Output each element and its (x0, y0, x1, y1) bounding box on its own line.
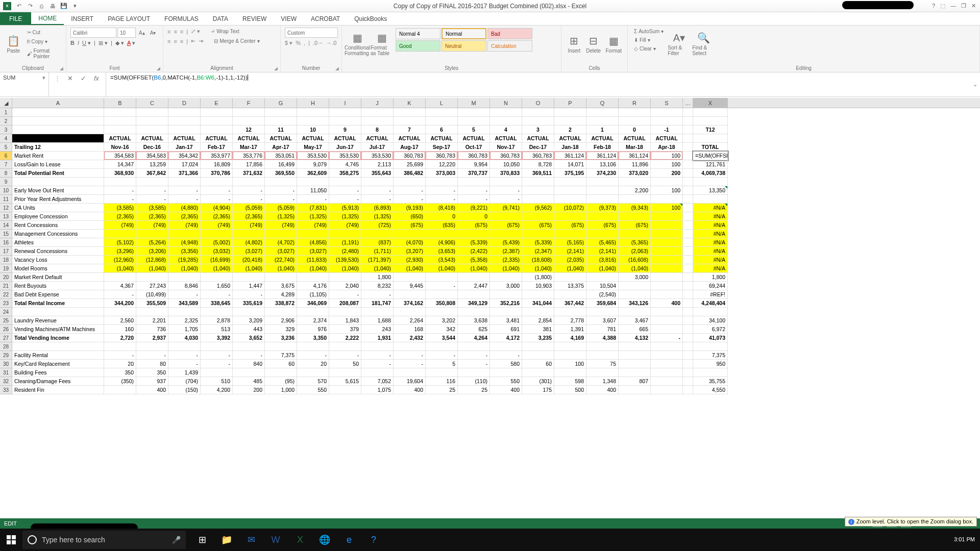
cell[interactable] (522, 212, 554, 221)
cell[interactable] (297, 368, 329, 377)
cell[interactable]: (5,439) (490, 238, 522, 247)
cell[interactable]: (10,072) (554, 204, 586, 212)
cell[interactable]: 976 (297, 325, 329, 334)
cell[interactable] (586, 351, 619, 360)
cell[interactable] (683, 204, 693, 212)
cell[interactable]: (2,365) (168, 212, 201, 221)
cell[interactable]: 3,392 (201, 334, 233, 342)
cell[interactable]: 7,375 (693, 351, 728, 360)
cell[interactable]: 4,289 (265, 290, 297, 299)
cell[interactable]: - (168, 186, 201, 195)
cell[interactable]: (3,206) (136, 247, 168, 256)
underline-button[interactable]: U ▾ (82, 40, 91, 46)
cell[interactable] (683, 221, 693, 230)
cell[interactable]: 168 (394, 325, 426, 334)
cell[interactable]: (5,358) (458, 256, 490, 264)
cell[interactable]: (650) (394, 212, 426, 221)
cell[interactable]: 386,482 (394, 169, 426, 178)
cell[interactable]: 208,087 (329, 299, 361, 308)
cell[interactable] (168, 178, 201, 186)
col-header[interactable]: N (490, 98, 522, 108)
cell[interactable]: ACTUAL (136, 134, 168, 143)
cell[interactable]: ACTUAL (394, 134, 426, 143)
cell[interactable] (104, 273, 136, 282)
align-right-icon[interactable]: ≡ (180, 38, 183, 44)
cell[interactable]: (675) (586, 221, 619, 230)
cell[interactable]: 20 (297, 360, 329, 368)
style-calc[interactable]: Calculation (487, 40, 532, 52)
cell[interactable] (233, 308, 265, 316)
cell[interactable] (693, 134, 728, 143)
percent-icon[interactable]: % (296, 40, 301, 46)
cell[interactable]: 2,720 (104, 334, 136, 342)
cell[interactable]: (3,585) (136, 204, 168, 212)
cell[interactable] (136, 108, 168, 117)
cell[interactable] (458, 290, 490, 299)
cell[interactable]: - (361, 186, 394, 195)
cell[interactable] (12, 126, 104, 134)
cell[interactable]: 1,439 (168, 368, 201, 377)
cell[interactable] (554, 290, 586, 299)
cell[interactable]: Trailing 12 (12, 143, 104, 152)
row-header[interactable]: 14 (0, 221, 12, 230)
cell[interactable]: 12,220 (426, 160, 458, 169)
cell[interactable]: (675) (394, 221, 426, 230)
cell[interactable]: 14,071 (554, 160, 586, 169)
sort-filter-button[interactable]: A▾Sort & Filter (668, 28, 690, 59)
col-header[interactable]: A (12, 98, 104, 108)
cell[interactable]: 370,833 (490, 169, 522, 178)
cell[interactable] (683, 325, 693, 334)
cell[interactable]: ACTUAL (361, 134, 394, 143)
cell[interactable]: (5,913) (329, 204, 361, 212)
cell[interactable]: (8,418) (426, 204, 458, 212)
cell[interactable] (168, 308, 201, 316)
cell[interactable]: (5,059) (265, 204, 297, 212)
cell[interactable] (683, 108, 693, 117)
cell[interactable] (329, 342, 361, 351)
cell[interactable] (522, 351, 554, 360)
cell[interactable]: Renewal Concessions (12, 247, 104, 256)
cell[interactable]: (2,365) (104, 212, 136, 221)
cell[interactable] (361, 117, 394, 126)
cell[interactable]: 341,044 (522, 299, 554, 308)
cell[interactable]: 11 (265, 126, 297, 134)
cell[interactable]: 9,954 (458, 160, 490, 169)
cell[interactable]: (3,543) (426, 256, 458, 264)
cell[interactable]: 367,842 (136, 169, 168, 178)
cell[interactable]: 3,607 (586, 316, 619, 325)
cell[interactable]: (635) (426, 221, 458, 230)
cell[interactable]: Jul-17 (361, 143, 394, 152)
word-icon[interactable]: W (264, 529, 287, 551)
cell[interactable] (490, 342, 522, 351)
cell[interactable]: 355,509 (136, 299, 168, 308)
cell[interactable] (693, 117, 728, 126)
cell[interactable]: 400 (394, 386, 426, 394)
col-header[interactable]: … (683, 98, 693, 108)
cell[interactable]: - (426, 282, 458, 290)
restore-icon[interactable]: ❐ (961, 3, 966, 9)
cell[interactable]: #N/A (693, 212, 728, 221)
cancel-formula-icon[interactable]: ✕ (66, 74, 74, 82)
cell[interactable]: 6 (426, 126, 458, 134)
cell[interactable]: (1,040) (297, 264, 329, 273)
task-view-icon[interactable]: ⊞ (191, 529, 213, 551)
cell[interactable] (651, 238, 683, 247)
cell[interactable]: (5,339) (458, 238, 490, 247)
cell[interactable]: ACTUAL (651, 134, 683, 143)
cell[interactable] (265, 230, 297, 238)
accounting-icon[interactable]: $ ▾ (285, 40, 292, 46)
cell[interactable] (619, 386, 651, 394)
cell[interactable]: 400 (490, 386, 522, 394)
cell[interactable]: 361,124 (586, 152, 619, 160)
style-neutral[interactable]: Neutral (442, 40, 486, 52)
tab-insert[interactable]: INSERT (64, 12, 101, 25)
cell[interactable]: (725) (361, 221, 394, 230)
cell[interactable]: 550 (490, 377, 522, 386)
cell[interactable] (201, 126, 233, 134)
cell[interactable]: 2,113 (361, 160, 394, 169)
row-header[interactable]: 9 (0, 178, 12, 186)
conditional-formatting-button[interactable]: ▦Conditional Formatting (346, 28, 369, 59)
cell[interactable]: 7 (394, 126, 426, 134)
cell[interactable] (426, 230, 458, 238)
cell[interactable]: - (329, 290, 361, 299)
